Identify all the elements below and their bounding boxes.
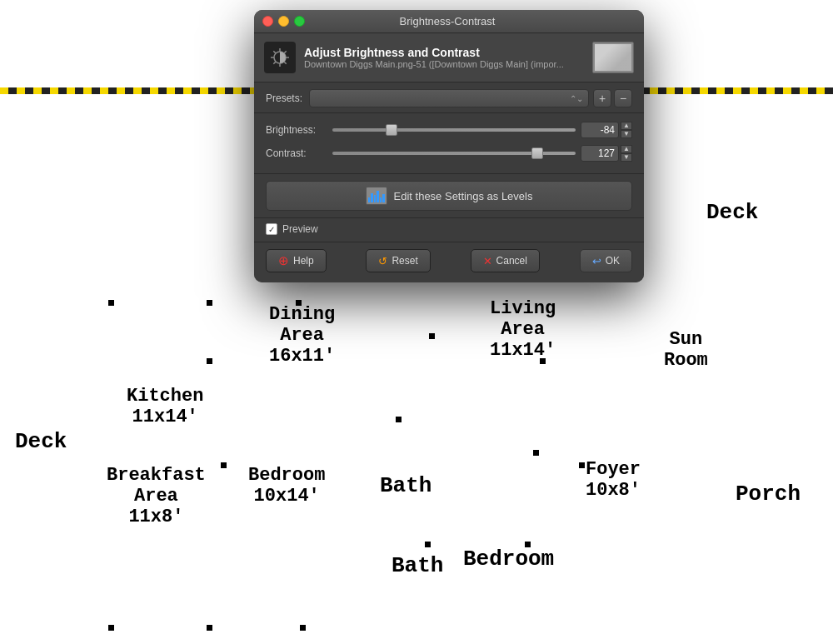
contrast-row: Contrast: 127 ▲ ▼ <box>266 145 632 162</box>
floor-dot <box>579 462 585 468</box>
levels-row: Edit these Settings as Levels <box>254 173 644 218</box>
help-button[interactable]: ⊕ Help <box>266 249 327 272</box>
floor-label-breakfast: BreakfastArea11x8' <box>107 465 206 527</box>
brightness-icon-svg <box>268 46 292 69</box>
floor-label-deck-top: Deck <box>706 200 758 225</box>
preview-checkbox[interactable]: ✓ <box>266 223 277 235</box>
floor-label-kitchen: Kitchen11x14' <box>127 386 203 427</box>
floor-dot <box>429 333 435 339</box>
floor-dot <box>425 542 431 547</box>
reset-button[interactable]: ↺ Reset <box>366 249 430 272</box>
ok-button[interactable]: ↩ OK <box>580 249 632 272</box>
button-row: ⊕ Help ↺ Reset ✕ Cancel ↩ OK <box>254 242 644 282</box>
help-icon: ⊕ <box>278 253 289 268</box>
floor-label-sunroom: SunRoom <box>664 329 708 371</box>
floor-dot <box>533 450 539 456</box>
brightness-stepper[interactable]: ▲ ▼ <box>621 122 632 138</box>
level-bar-5 <box>380 197 382 202</box>
floor-label-dining: DiningArea16x11' <box>269 304 335 367</box>
brightness-slider-track <box>332 128 576 132</box>
contrast-label: Contrast: <box>266 147 332 159</box>
header-main-title: Adjust Brightness and Contrast <box>304 46 592 59</box>
contrast-increment[interactable]: ▲ <box>621 145 632 153</box>
ok-label: OK <box>606 255 620 267</box>
floor-dot <box>207 300 212 306</box>
floor-label-porch: Porch <box>736 482 801 507</box>
ok-icon: ↩ <box>592 255 601 267</box>
floor-label-bedroom1: Bedroom10x14' <box>248 465 325 507</box>
cancel-icon: ✕ <box>483 255 492 267</box>
brightness-slider-thumb[interactable] <box>386 124 397 136</box>
floor-label-bath2: Bath <box>392 553 443 578</box>
floor-dot <box>300 625 306 631</box>
floor-dot <box>207 358 212 364</box>
preview-thumbnail <box>592 42 634 73</box>
cancel-button[interactable]: ✕ Cancel <box>471 249 540 272</box>
level-bar-4 <box>377 191 379 202</box>
contrast-value: 127 <box>581 145 619 162</box>
brightness-value: -84 <box>581 122 619 138</box>
contrast-decrement[interactable]: ▼ <box>621 153 632 162</box>
minimize-button[interactable] <box>278 16 289 27</box>
floor-label-bedroom2: Bedroom <box>463 547 554 572</box>
brightness-row: Brightness: -84 ▲ ▼ <box>266 122 632 138</box>
form-section: Brightness: -84 ▲ ▼ Contrast: 127 ▲ <box>254 113 644 173</box>
contrast-stepper[interactable]: ▲ ▼ <box>621 145 632 162</box>
help-label: Help <box>293 255 314 267</box>
brightness-slider-container <box>332 122 576 137</box>
window-title: Brightness-Contrast <box>305 15 590 27</box>
floor-dot <box>207 625 212 631</box>
brightness-increment[interactable]: ▲ <box>621 122 632 130</box>
levels-button-label: Edit these Settings as Levels <box>394 190 533 202</box>
level-bar-3 <box>374 195 377 202</box>
dialog-header: Adjust Brightness and Contrast Downtown … <box>254 33 644 82</box>
presets-remove-button[interactable]: − <box>614 89 632 107</box>
presets-dropdown[interactable]: ⌃⌄ <box>309 89 589 107</box>
thumbnail-image <box>595 44 631 71</box>
floor-label-living: LivingArea11x14' <box>490 298 556 361</box>
level-bar-6 <box>382 194 385 202</box>
preview-row: ✓ Preview <box>254 218 644 242</box>
header-subtitle: Downtown Diggs Main.png-51 ([Downtown Di… <box>304 59 571 69</box>
floor-dot <box>108 625 114 631</box>
close-button[interactable] <box>262 16 273 27</box>
brightness-contrast-dialog: Brightness-Contrast Adjust Brightness an… <box>254 10 644 282</box>
preview-label: Preview <box>282 223 318 235</box>
reset-icon: ↺ <box>378 255 387 267</box>
floor-label-deck-left: Deck <box>15 429 67 454</box>
contrast-slider-container <box>332 146 576 161</box>
contrast-slider-thumb[interactable] <box>531 147 543 159</box>
reset-label: Reset <box>392 255 417 267</box>
floor-label-foyer: Foyer10x8' <box>586 459 641 501</box>
adjustment-icon <box>264 42 296 73</box>
brightness-label: Brightness: <box>266 124 332 136</box>
presets-row: Presets: ⌃⌄ + − <box>254 82 644 113</box>
levels-button[interactable]: Edit these Settings as Levels <box>266 181 632 211</box>
traffic-lights <box>262 16 305 27</box>
cancel-label: Cancel <box>496 255 527 267</box>
floor-dot <box>396 417 402 422</box>
brightness-decrement[interactable]: ▼ <box>621 130 632 138</box>
floor-label-bath1: Bath <box>380 473 431 498</box>
header-title-block: Adjust Brightness and Contrast Downtown … <box>304 46 592 69</box>
presets-select-wrapper: ⌃⌄ <box>309 89 589 107</box>
floor-dot <box>221 462 227 468</box>
levels-icon <box>366 187 387 205</box>
title-bar: Brightness-Contrast <box>254 10 644 33</box>
presets-label: Presets: <box>266 92 302 104</box>
contrast-slider-track <box>332 152 576 155</box>
level-bar-1 <box>368 197 371 202</box>
maximize-button[interactable] <box>294 16 305 27</box>
level-bar-2 <box>371 193 373 202</box>
presets-chevron-icon: ⌃⌄ <box>570 94 583 103</box>
floor-dot <box>108 300 114 306</box>
presets-add-button[interactable]: + <box>593 89 611 107</box>
